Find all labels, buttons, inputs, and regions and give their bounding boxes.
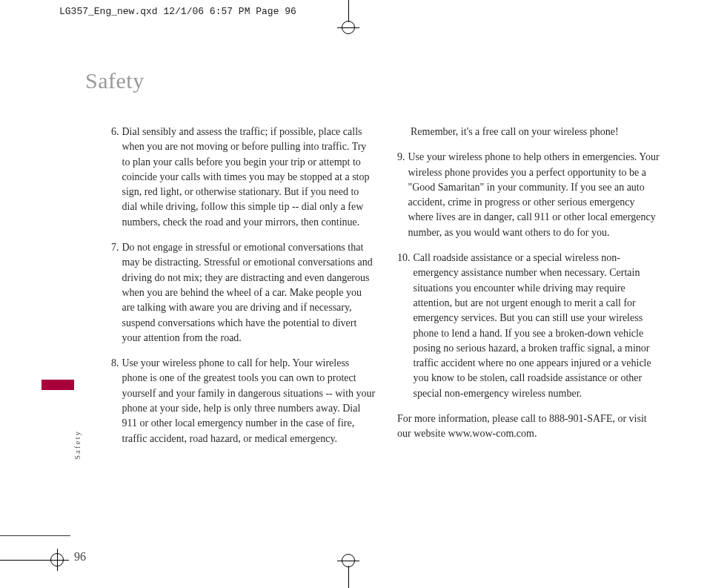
crop-mark-top bbox=[337, 0, 359, 39]
remember-line: Remember, it's a free call on your wirel… bbox=[397, 125, 663, 139]
item-text: Do not engage in stressful or emotional … bbox=[122, 240, 377, 346]
prepress-slug: LG357_Eng_new.qxd 12/1/06 6:57 PM Page 9… bbox=[59, 6, 296, 17]
item-number: 7. bbox=[111, 240, 122, 346]
crop-mark-bottom bbox=[337, 549, 359, 588]
side-section-label: Safety bbox=[73, 430, 82, 460]
list-item: 6. Dial sensibly and assess the traffic;… bbox=[111, 125, 376, 230]
list-item: 10. Call roadside assistance or a specia… bbox=[397, 251, 663, 401]
list-item: 7. Do not engage in stressful or emotion… bbox=[111, 240, 376, 346]
item-number: 8. bbox=[111, 356, 122, 446]
item-number: 10. bbox=[397, 251, 414, 401]
closing-paragraph: For more information, please call to 888… bbox=[397, 412, 663, 442]
item-text: Use your wireless phone to call for help… bbox=[122, 356, 377, 446]
page-number: 96 bbox=[74, 550, 86, 564]
side-tab-marker bbox=[42, 380, 74, 390]
list-item: 8. Use your wireless phone to call for h… bbox=[111, 356, 376, 446]
item-text: Use your wireless phone to help others i… bbox=[408, 150, 663, 240]
footer-rule bbox=[0, 535, 70, 536]
item-number: 9. bbox=[397, 150, 408, 240]
crop-mark-left bbox=[0, 549, 82, 571]
column-left: 6. Dial sensibly and assess the traffic;… bbox=[111, 125, 376, 457]
body-content: 6. Dial sensibly and assess the traffic;… bbox=[111, 125, 663, 457]
item-text: Dial sensibly and assess the traffic; if… bbox=[122, 125, 377, 230]
column-right: Remember, it's a free call on your wirel… bbox=[397, 125, 663, 457]
list-item: 9. Use your wireless phone to help other… bbox=[397, 150, 663, 240]
item-number: 6. bbox=[111, 125, 122, 230]
item-text: Call roadside assistance or a special wi… bbox=[414, 251, 663, 401]
page-title: Safety bbox=[85, 68, 145, 93]
